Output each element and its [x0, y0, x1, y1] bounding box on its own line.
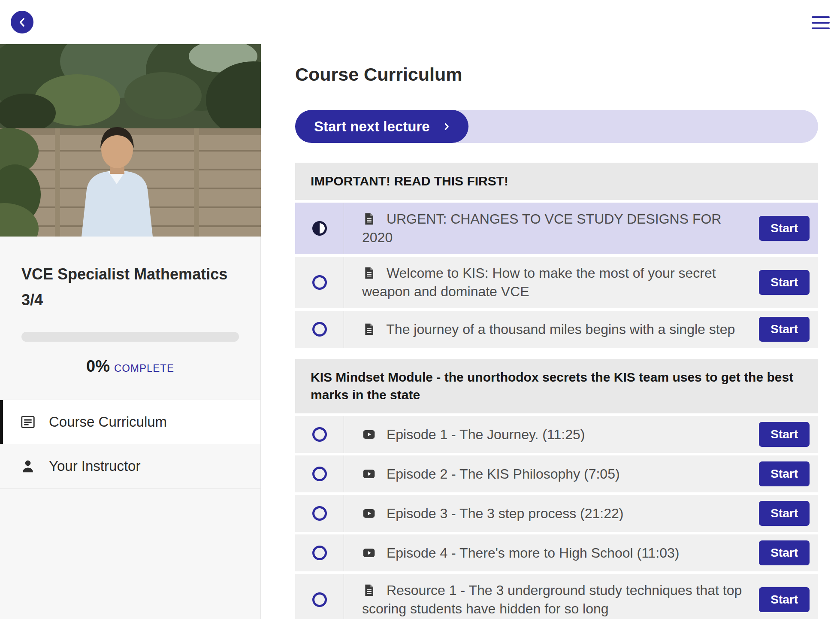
sidebar-item-label: Your Instructor [49, 458, 140, 474]
section-items: Episode 1 - The Journey. (11:25) Start [295, 416, 818, 619]
lecture-title: The journey of a thousand miles begins w… [386, 322, 735, 337]
video-icon [362, 428, 376, 441]
start-next-lecture-button[interactable]: Start next lecture [295, 110, 468, 143]
lecture-action: Start [759, 416, 818, 453]
half-complete-circle-icon [312, 221, 327, 236]
lecture-title: Episode 1 - The Journey. (11:25) [387, 427, 585, 442]
lecture-status-cell [295, 574, 344, 619]
start-button[interactable]: Start [759, 422, 810, 447]
progress-percent: 0% [86, 357, 110, 375]
lecture-row[interactable]: Episode 2 - The KIS Philosophy (7:05) St… [295, 455, 818, 492]
lecture-status-cell [295, 257, 344, 308]
sidebar: VCE Specialist Mathematics 3/4 0%COMPLET… [0, 44, 261, 619]
start-next-track: Start next lecture [295, 110, 818, 143]
lecture-row[interactable]: Episode 4 - There's more to High School … [295, 534, 818, 571]
lecture-title: Episode 4 - There's more to High School … [387, 545, 680, 561]
page-title: Course Curriculum [295, 64, 818, 85]
incomplete-circle-icon [312, 427, 327, 442]
document-icon [362, 212, 376, 226]
start-button[interactable]: Start [759, 501, 810, 526]
document-icon [362, 266, 376, 280]
lecture-status-cell [295, 534, 344, 571]
curriculum-section: IMPORTANT! READ THIS FIRST! [295, 163, 818, 348]
document-icon [362, 583, 376, 597]
start-button[interactable]: Start [759, 270, 810, 295]
lecture-action: Start [759, 203, 818, 254]
sidebar-item-label: Course Curriculum [49, 414, 167, 430]
lecture-row[interactable]: URGENT: CHANGES TO VCE STUDY DESIGNS FOR… [295, 203, 818, 254]
lecture-main: Episode 2 - The KIS Philosophy (7:05) [344, 455, 759, 492]
lecture-action: Start [759, 495, 818, 532]
incomplete-circle-icon [312, 322, 327, 337]
lecture-status-cell [295, 203, 344, 254]
lecture-main: URGENT: CHANGES TO VCE STUDY DESIGNS FOR… [344, 203, 759, 254]
back-button[interactable] [11, 11, 33, 33]
hamburger-menu-icon[interactable] [812, 16, 830, 29]
lecture-status-cell [295, 455, 344, 492]
progress-bar [21, 332, 239, 342]
video-icon [362, 546, 376, 560]
sidebar-item-your-instructor[interactable]: Your Instructor [0, 444, 260, 489]
lecture-status-cell [295, 311, 344, 348]
lecture-title: Episode 3 - The 3 step process (21:22) [387, 506, 624, 521]
top-bar [0, 0, 840, 44]
sidebar-nav: Course Curriculum Your Instructor [0, 400, 260, 489]
lecture-row[interactable]: Resource 1 - The 3 underground study tec… [295, 574, 818, 619]
incomplete-circle-icon [312, 592, 327, 607]
lecture-main: Resource 1 - The 3 underground study tec… [344, 574, 759, 619]
video-icon [362, 507, 376, 520]
lecture-action: Start [759, 455, 818, 492]
lecture-main: The journey of a thousand miles begins w… [344, 311, 759, 348]
incomplete-circle-icon [312, 506, 327, 521]
lecture-action: Start [759, 257, 818, 308]
lecture-row[interactable]: The journey of a thousand miles begins w… [295, 311, 818, 348]
lecture-main: Episode 3 - The 3 step process (21:22) [344, 495, 759, 532]
section-title: IMPORTANT! READ THIS FIRST! [295, 163, 818, 200]
instructor-photo [0, 44, 261, 237]
chevron-left-icon [16, 16, 29, 29]
lecture-row[interactable]: Episode 1 - The Journey. (11:25) Start [295, 416, 818, 453]
lecture-action: Start [759, 534, 818, 571]
lecture-main: Episode 4 - There's more to High School … [344, 534, 759, 571]
incomplete-circle-icon [312, 467, 327, 481]
progress-complete-label: COMPLETE [114, 362, 174, 374]
chevron-right-icon [441, 121, 452, 132]
curriculum-sections: IMPORTANT! READ THIS FIRST! [295, 163, 818, 619]
lecture-row[interactable]: Welcome to KIS: How to make the most of … [295, 257, 818, 308]
lecture-action: Start [759, 311, 818, 348]
lecture-title: Welcome to KIS: How to make the most of … [362, 265, 716, 299]
course-title: VCE Specialist Mathematics 3/4 [21, 261, 239, 313]
lecture-title: Resource 1 - The 3 underground study tec… [362, 583, 742, 616]
start-button[interactable]: Start [759, 317, 810, 342]
lecture-main: Welcome to KIS: How to make the most of … [344, 257, 759, 308]
lecture-main: Episode 1 - The Journey. (11:25) [344, 416, 759, 453]
lecture-status-cell [295, 495, 344, 532]
start-button[interactable]: Start [759, 216, 810, 241]
lecture-row[interactable]: Episode 3 - The 3 step process (21:22) S… [295, 495, 818, 532]
course-info: VCE Specialist Mathematics 3/4 0%COMPLET… [0, 237, 260, 400]
page-layout: VCE Specialist Mathematics 3/4 0%COMPLET… [0, 44, 840, 619]
start-next-label: Start next lecture [314, 118, 430, 135]
start-button[interactable]: Start [759, 587, 810, 612]
document-icon [362, 322, 376, 336]
progress-caption: 0%COMPLETE [21, 357, 239, 376]
lecture-title: URGENT: CHANGES TO VCE STUDY DESIGNS FOR… [362, 211, 721, 245]
incomplete-circle-icon [312, 546, 327, 560]
incomplete-circle-icon [312, 275, 327, 290]
curriculum-list-icon [20, 414, 36, 430]
video-icon [362, 467, 376, 481]
curriculum-section: KIS Mindset Module - the unorthodox secr… [295, 359, 818, 619]
main-content: Course Curriculum Start next lecture IMP… [261, 44, 840, 619]
section-items: URGENT: CHANGES TO VCE STUDY DESIGNS FOR… [295, 203, 818, 348]
person-icon [20, 458, 36, 474]
start-button[interactable]: Start [759, 461, 810, 486]
start-button[interactable]: Start [759, 540, 810, 565]
lecture-title: Episode 2 - The KIS Philosophy (7:05) [387, 466, 620, 482]
lecture-action: Start [759, 574, 818, 619]
sidebar-item-course-curriculum[interactable]: Course Curriculum [0, 400, 260, 444]
lecture-status-cell [295, 416, 344, 453]
section-title: KIS Mindset Module - the unorthodox secr… [295, 359, 818, 413]
